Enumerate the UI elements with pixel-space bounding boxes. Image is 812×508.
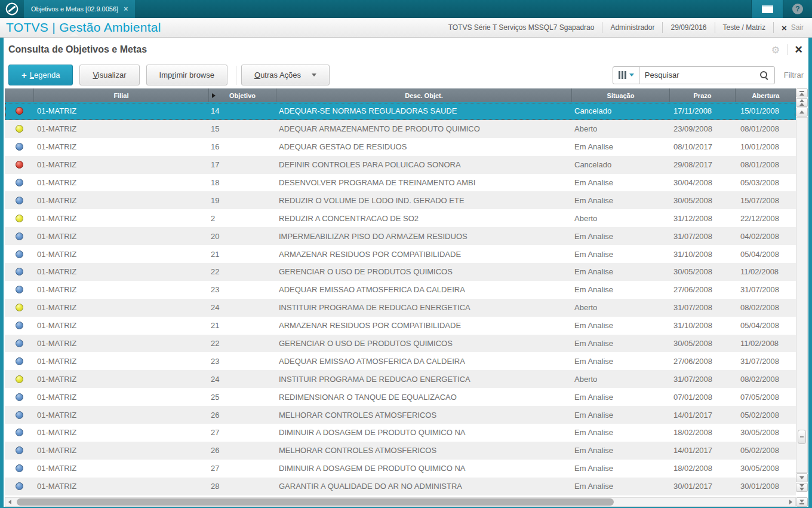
table-row[interactable]: 01-MATRIZ2REDUZIR A CONCENTRACAO DE SO2A… — [5, 209, 796, 227]
cell-prazo: 30/04/2008 — [670, 178, 736, 187]
page-title: Consulta de Objetivos e Metas — [8, 44, 147, 55]
cell-situacao: Em Analise — [572, 250, 670, 259]
column-header-abertura[interactable]: Abertura — [736, 88, 796, 102]
cell-abertura: 31/07/2008 — [736, 285, 796, 294]
scroll-last-button[interactable] — [796, 497, 808, 507]
horizontal-scrollbar — [5, 497, 796, 507]
scroll-pageup-button[interactable] — [796, 98, 808, 107]
mail-button[interactable] — [751, 0, 783, 18]
cell-filial: 01-MATRIZ — [34, 482, 209, 491]
table-row[interactable]: 01-MATRIZ18DESENVOLVER PROGRAMA DE TREIN… — [5, 174, 796, 192]
column-header-objetivo[interactable]: Objetivo — [209, 88, 276, 102]
status-cell — [5, 482, 34, 490]
table-row[interactable]: 01-MATRIZ25REDIMENSIONAR O TANQUE DE EQU… — [5, 388, 796, 406]
scroll-up-button[interactable] — [796, 108, 808, 117]
table-row[interactable]: 01-MATRIZ24INSTITUIR PROGRAMA DE REDUCAO… — [5, 370, 796, 388]
cell-situacao: Em Analise — [572, 357, 670, 366]
table-row[interactable]: 01-MATRIZ28GARANTIR A QUALIDADE DO AR NO… — [5, 478, 796, 495]
filter-link[interactable]: Filtrar — [784, 71, 804, 79]
cell-prazo: 31/07/2008 — [670, 232, 736, 241]
cell-situacao: Em Analise — [572, 393, 670, 402]
cell-prazo: 29/08/2017 — [670, 160, 736, 169]
logout-button[interactable]: × Sair — [773, 22, 812, 33]
search-column-picker[interactable] — [613, 67, 640, 84]
cell-abertura: 08/01/2008 — [736, 160, 796, 169]
other-actions-button[interactable]: Outras Ações — [241, 65, 330, 85]
view-button[interactable]: Visualizar — [79, 65, 139, 85]
table-row[interactable]: 01-MATRIZ26MELHORAR CONTROLES ATMOSFERIC… — [5, 406, 796, 424]
cell-objetivo: 17 — [209, 160, 276, 169]
table-row[interactable]: 01-MATRIZ24INSTITUIR PROGRAMA DE REDUCAO… — [5, 299, 796, 317]
status-cell — [5, 161, 34, 169]
cell-prazo: 31/12/2008 — [670, 214, 736, 223]
status-yellow-ball-icon — [16, 375, 23, 383]
window-close-button[interactable]: × — [795, 43, 802, 56]
table-row[interactable]: 01-MATRIZ14ADEQUAR-SE NORMAS REGULADORAS… — [5, 102, 796, 120]
table-row[interactable]: 01-MATRIZ26MELHORAR CONTROLES ATMOSFERIC… — [5, 442, 796, 460]
vertical-scroll-track[interactable] — [796, 117, 808, 473]
table-row[interactable]: 01-MATRIZ19REDUZIR O VOLUME DE LODO IND.… — [5, 191, 796, 209]
cell-filial: 01-MATRIZ — [34, 124, 209, 133]
status-cell — [5, 107, 34, 115]
cell-objetivo: 21 — [209, 321, 276, 330]
tab-close-icon[interactable]: × — [124, 5, 128, 13]
status-blue-ball-icon — [16, 250, 23, 258]
status-cell — [5, 304, 34, 311]
table-row[interactable]: 01-MATRIZ23ADEQUAR EMISSAO ATMOSFERICA D… — [5, 281, 796, 299]
table-row[interactable]: 01-MATRIZ27DIMINUIR A DOSAGEM DE PRODUTO… — [5, 460, 796, 478]
vertical-scroll-thumb[interactable] — [798, 430, 806, 444]
column-header-prazo[interactable]: Prazo — [670, 88, 736, 102]
cell-desc-objet: INSTITUIR PROGRAMA DE REDUCAO ENERGETICA — [276, 375, 572, 384]
cell-filial: 01-MATRIZ — [34, 464, 209, 473]
cell-filial: 01-MATRIZ — [34, 232, 209, 241]
cell-situacao: Em Analise — [572, 482, 670, 491]
cell-desc-objet: REDIMENSIONAR O TANQUE DE EQUALIZACAO — [276, 393, 572, 402]
horizontal-scroll-thumb[interactable] — [17, 498, 614, 506]
totvs-logo[interactable] — [0, 0, 24, 18]
scroll-down-button[interactable] — [796, 473, 808, 482]
table-row[interactable]: 01-MATRIZ20IMPERMEABILIZAR PISO DO ARMAZ… — [5, 227, 796, 245]
scroll-pagedown-button[interactable] — [796, 483, 808, 492]
tab-objetivos-e-metas[interactable]: Objetivos e Metas [02.9.0056] × — [24, 0, 135, 18]
status-cell — [5, 215, 34, 222]
cell-abertura: 30/01/2008 — [736, 482, 796, 491]
table-row[interactable]: 01-MATRIZ17DEFINIR CONTROLES PARA POLUIC… — [5, 156, 796, 174]
column-header-situacao[interactable]: Situação — [572, 88, 670, 102]
table-row[interactable]: 01-MATRIZ21ARMAZENAR RESIDUOS POR COMPAT… — [5, 317, 796, 335]
table-row[interactable]: 01-MATRIZ22GERENCIAR O USO DE PRODUTOS Q… — [5, 335, 796, 353]
toolbar: + Legenda Visualizar Imprimir browse Out… — [4, 62, 808, 88]
scroll-left-button[interactable] — [5, 498, 14, 506]
product-brand: TOTVS | Gestão Ambiental — [6, 20, 161, 35]
scroll-right-button[interactable] — [786, 498, 795, 506]
table-row[interactable]: 01-MATRIZ16ADEQUAR GESTAO DE RESIDUOSEm … — [5, 138, 796, 156]
horizontal-scroll-track[interactable] — [14, 498, 786, 506]
legend-button[interactable]: + Legenda — [8, 65, 73, 85]
status-yellow-ball-icon — [16, 304, 23, 311]
table-row[interactable]: 01-MATRIZ22GERENCIAR O USO DE PRODUTOS Q… — [5, 263, 796, 281]
column-header-desc[interactable]: Desc. Objet. — [276, 88, 572, 102]
table-row[interactable]: 01-MATRIZ27DIMINUIR A DOSAGEM DE PRODUTO… — [5, 424, 796, 442]
page-header: Consulta de Objetivos e Metas ⚙ × — [4, 38, 808, 62]
cell-desc-objet: ADEQUAR EMISSAO ATMOSFERICA DA CALDEIRA — [276, 285, 572, 294]
cell-objetivo: 24 — [209, 375, 276, 384]
cell-desc-objet: DIMINUIR A DOSAGEM DE PRODUTO QUIMICO NA — [276, 428, 572, 437]
table-row[interactable]: 01-MATRIZ23ADEQUAR EMISSAO ATMOSFERICA D… — [5, 352, 796, 370]
search-input[interactable] — [640, 71, 759, 79]
help-button[interactable]: ? — [783, 0, 812, 18]
status-blue-ball-icon — [16, 339, 23, 347]
scroll-first-button[interactable] — [796, 88, 808, 97]
gear-icon[interactable]: ⚙ — [771, 44, 780, 56]
column-header-filial[interactable]: Filial — [34, 88, 209, 102]
cell-filial: 01-MATRIZ — [34, 446, 209, 455]
status-blue-ball-icon — [16, 411, 23, 419]
status-blue-ball-icon — [16, 482, 23, 490]
cell-prazo: 17/11/2008 — [670, 106, 736, 115]
cell-filial: 01-MATRIZ — [34, 375, 209, 384]
table-row[interactable]: 01-MATRIZ21ARMAZENAR RESIDUOS POR COMPAT… — [5, 245, 796, 263]
cell-desc-objet: ADEQUAR GESTAO DE RESIDUOS — [276, 142, 572, 151]
column-header-status[interactable] — [5, 88, 34, 102]
search-icon[interactable] — [759, 71, 769, 80]
table-row[interactable]: 01-MATRIZ15ADEQUAR ARMAZENAMENTO DE PROD… — [5, 120, 796, 138]
cell-desc-objet: REDUZIR O VOLUME DE LODO IND. GERADO ETE — [276, 196, 572, 205]
print-browse-button[interactable]: Imprimir browse — [146, 65, 227, 85]
